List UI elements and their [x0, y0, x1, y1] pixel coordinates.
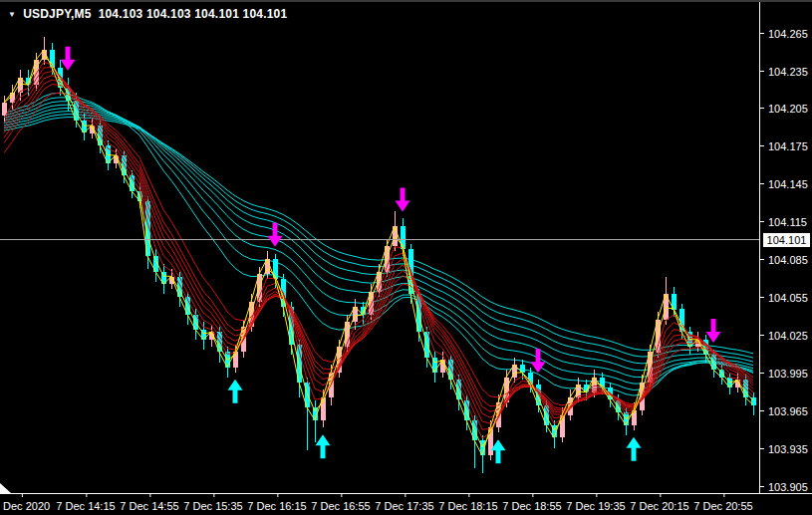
- price-axis-label: 104.085: [760, 254, 812, 266]
- time-axis-label: 7 Dec 14:15: [56, 500, 115, 512]
- buy-signal-arrow-up: [316, 434, 331, 458]
- sell-signal-arrow-down: [268, 223, 283, 247]
- time-axis-label: 7 Dec 18:15: [438, 500, 497, 512]
- sell-signal-arrow-down: [706, 319, 721, 343]
- time-axis-label: 7 Dec 15:35: [183, 500, 242, 512]
- symbol-period-label: USDJPY,M5: [23, 7, 92, 21]
- buy-signal-arrow-up: [228, 380, 243, 403]
- price-axis[interactable]: 104.265104.235104.205104.175104.145104.1…: [759, 2, 812, 493]
- candles-layer: [2, 37, 756, 472]
- price-axis-label: 104.205: [760, 103, 812, 115]
- price-axis-label: 103.935: [760, 443, 812, 455]
- time-axis-label: 7 Dec 14:55: [120, 500, 178, 512]
- current-price-flag: 104.101: [763, 233, 810, 247]
- signal-zigzag-lines: [4, 50, 753, 455]
- time-axis[interactable]: 7 Dec 20207 Dec 14:157 Dec 14:557 Dec 15…: [0, 493, 812, 515]
- slow-ema-ribbon: [4, 93, 753, 395]
- time-axis-label: 7 Dec 16:15: [247, 500, 306, 512]
- time-axis-label: 7 Dec 20:55: [693, 500, 752, 512]
- ohlc-quote-readout: 104.103 104.103 104.101 104.101: [99, 7, 288, 21]
- triangle-down-icon: ▼: [8, 10, 16, 19]
- time-axis-label: 7 Dec 18:55: [502, 500, 561, 512]
- chart-window: ▼ USDJPY,M5 104.103 104.103 104.101 104.…: [0, 0, 812, 515]
- price-axis-label: 104.175: [760, 140, 812, 152]
- price-axis-label: 104.265: [760, 28, 812, 40]
- price-axis-label: 103.995: [760, 368, 812, 380]
- price-axis-label: 104.145: [760, 178, 812, 190]
- buy-signal-arrow-up: [627, 437, 642, 461]
- time-axis-label: 7 Dec 17:35: [375, 500, 433, 512]
- candlestick-plot-area[interactable]: [0, 2, 759, 493]
- price-axis-label: 104.115: [760, 216, 812, 228]
- price-axis-label: 103.905: [760, 481, 812, 493]
- price-axis-label: 104.055: [760, 292, 812, 304]
- time-axis-label: 7 Dec 16:55: [311, 500, 370, 512]
- time-axis-label: 7 Dec 20:15: [630, 500, 688, 512]
- candle-up: [2, 103, 7, 116]
- sell-signal-arrow-down: [396, 187, 410, 211]
- price-axis-label: 104.235: [760, 66, 812, 78]
- price-axis-label: 104.025: [760, 330, 812, 342]
- time-axis-label: 7 Dec 2020: [0, 500, 50, 512]
- chart-header: ▼ USDJPY,M5 104.103 104.103 104.101 104.…: [8, 7, 287, 21]
- sell-signal-arrow-down: [61, 47, 76, 71]
- time-axis-label: 7 Dec 19:35: [566, 500, 625, 512]
- price-axis-label: 103.965: [760, 405, 812, 417]
